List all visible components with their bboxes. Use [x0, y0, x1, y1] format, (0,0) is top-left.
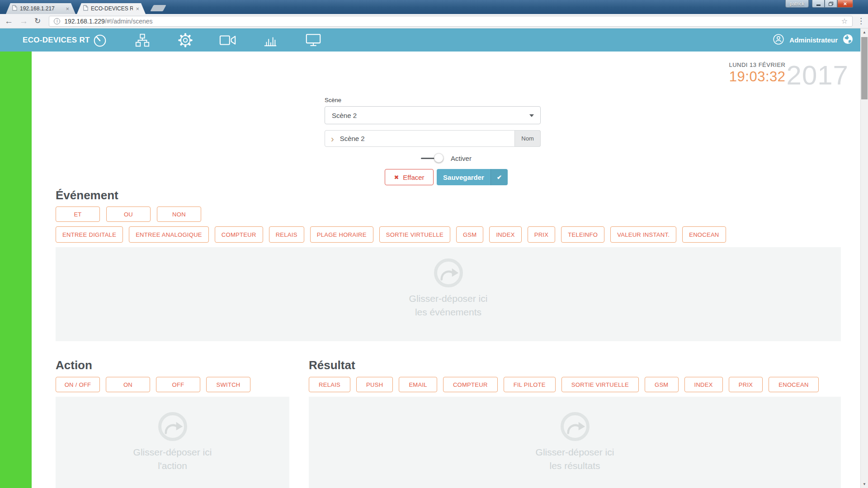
- event-logic-button-et[interactable]: ET: [56, 206, 100, 222]
- clock-year: 2017: [787, 64, 849, 87]
- result-button[interactable]: PUSH: [356, 377, 393, 392]
- action-button-onoff[interactable]: ON / OFF: [56, 377, 100, 392]
- activate-toggle[interactable]: [421, 153, 444, 163]
- save-button-label: Sauvegarder: [437, 169, 491, 185]
- scrollbar-thumb[interactable]: [861, 37, 868, 99]
- save-button[interactable]: Sauvegarder ✔: [437, 169, 508, 185]
- tab-close-icon[interactable]: ×: [66, 5, 69, 12]
- results-dropzone[interactable]: Glisser-déposer ici les résultats: [309, 397, 841, 488]
- clock-widget: LUNDI 13 FÉVRIER 19:03:32 2017: [729, 61, 849, 87]
- chevron-down-icon: [529, 114, 534, 117]
- result-button[interactable]: RELAIS: [309, 377, 350, 392]
- event-type-button[interactable]: VALEUR INSTANT.: [610, 226, 676, 243]
- admin-menu[interactable]: Administrateur: [773, 28, 853, 52]
- page-scrollbar[interactable]: ▲ ▼: [860, 28, 868, 488]
- result-button[interactable]: SORTIE VIRTUELLE: [561, 377, 639, 392]
- main-content: LUNDI 13 FÉVRIER 19:03:32 2017 Scène Scè…: [32, 52, 860, 488]
- page-favicon-icon: [83, 5, 88, 13]
- browser-tab-active[interactable]: ECO-DEVICES RT - GCE E ×: [77, 3, 146, 14]
- drop-arrow-icon: [561, 412, 590, 441]
- event-type-button[interactable]: PRIX: [528, 226, 556, 243]
- result-button[interactable]: ENOCEAN: [769, 377, 818, 392]
- restore-button[interactable]: [825, 0, 837, 8]
- scene-select-label: Scène: [325, 97, 541, 103]
- scene-select[interactable]: Scène 2: [325, 106, 541, 124]
- action-button-off[interactable]: OFF: [156, 377, 200, 392]
- browser-tab-inactive[interactable]: 192.168.1.217 ×: [6, 3, 75, 14]
- event-logic-button-non[interactable]: NON: [157, 206, 201, 222]
- events-dropzone[interactable]: Glisser-déposer ici les événements: [56, 247, 841, 341]
- clear-button[interactable]: ✖ Effacer: [385, 169, 434, 185]
- result-button[interactable]: PRIX: [729, 377, 763, 392]
- action-dropzone[interactable]: Glisser-déposer ici l'action: [56, 397, 289, 488]
- nav-settings-gear-icon[interactable]: [171, 28, 200, 52]
- scroll-up-icon[interactable]: ▲: [861, 28, 868, 36]
- event-type-button[interactable]: SORTIE VIRTUELLE: [379, 226, 450, 243]
- result-button[interactable]: EMAIL: [399, 377, 437, 392]
- dropzone-hint: Glisser-déposer ici les événements: [409, 292, 488, 319]
- drop-arrow-icon: [434, 258, 463, 287]
- clock-date: LUNDI 13 FÉVRIER: [729, 61, 785, 68]
- minimize-button[interactable]: [812, 0, 825, 8]
- nav-camera-icon[interactable]: [213, 28, 242, 52]
- info-icon[interactable]: i: [54, 18, 60, 24]
- toggle-track: [421, 158, 435, 159]
- section-resultat: Résultat RELAIS PUSH EMAIL COMPTEUR FIL …: [309, 358, 841, 488]
- event-type-button[interactable]: INDEX: [489, 226, 521, 243]
- event-type-button[interactable]: ENTREE DIGITALE: [56, 226, 123, 243]
- new-tab-button[interactable]: [150, 5, 166, 11]
- url-path: /#!/admin/scenes: [105, 18, 153, 25]
- admin-label: Administrateur: [789, 36, 838, 44]
- event-type-button[interactable]: PLAGE HORAIRE: [310, 226, 373, 243]
- event-logic-button-ou[interactable]: OU: [106, 206, 151, 222]
- scene-name-field[interactable]: › Scène 2 Nom: [325, 130, 541, 147]
- nav-timer-icon[interactable]: [85, 28, 114, 52]
- nav-network-icon[interactable]: [128, 28, 157, 52]
- evenement-title: Événement: [56, 188, 841, 202]
- restore-icon: [829, 2, 833, 6]
- clock-time: 19:03:32: [729, 70, 785, 84]
- app-header: ECO-DEVICES RT Administrateur: [0, 28, 860, 52]
- result-button[interactable]: FIL PILOTE: [504, 377, 556, 392]
- back-icon[interactable]: ←: [5, 17, 13, 25]
- scroll-down-icon[interactable]: ▼: [861, 480, 868, 488]
- nav-stats-icon[interactable]: [256, 28, 285, 52]
- app-brand: ECO-DEVICES RT: [23, 28, 90, 52]
- clear-button-label: Effacer: [403, 174, 424, 181]
- minimize-icon: [816, 5, 821, 6]
- resultat-buttons-row: RELAIS PUSH EMAIL COMPTEUR FIL PILOTE SO…: [309, 377, 841, 392]
- scene-select-value: Scène 2: [332, 112, 357, 119]
- reload-icon[interactable]: ↻: [34, 17, 41, 25]
- result-button[interactable]: INDEX: [684, 377, 723, 392]
- result-button[interactable]: GSM: [645, 377, 679, 392]
- result-button[interactable]: COMPTEUR: [443, 377, 498, 392]
- toggle-knob[interactable]: [434, 153, 443, 163]
- globe-icon[interactable]: [843, 34, 853, 46]
- nav-display-icon[interactable]: [299, 28, 328, 52]
- browser-menu-icon[interactable]: ⋮: [857, 16, 863, 26]
- forward-icon[interactable]: →: [19, 17, 28, 25]
- address-bar[interactable]: i 192.168.1.229/#!/admin/scenes ☆: [49, 16, 853, 27]
- event-type-button[interactable]: ENTREE ANALOGIQUE: [129, 226, 209, 243]
- clear-x-icon: ✖: [394, 174, 399, 181]
- action-buttons-row: ON / OFF ON OFF SWITCH: [56, 377, 289, 392]
- bookmark-star-icon[interactable]: ☆: [841, 17, 848, 25]
- page-favicon-icon: [12, 5, 17, 13]
- event-type-button[interactable]: TELEINFO: [561, 226, 604, 243]
- event-type-button[interactable]: GSM: [456, 226, 484, 243]
- activate-label: Activer: [451, 155, 472, 162]
- tab-close-icon[interactable]: ×: [136, 5, 139, 12]
- dropzone-hint: Glisser-déposer ici les résultats: [536, 446, 614, 473]
- action-button-on[interactable]: ON: [106, 377, 150, 392]
- action-button-switch[interactable]: SWITCH: [206, 377, 250, 392]
- event-type-button[interactable]: ENOCEAN: [682, 226, 726, 243]
- scene-form: Scène Scène 2 › Scène 2 Nom Activer ✖: [325, 97, 541, 185]
- close-button[interactable]: ✕: [837, 0, 853, 8]
- browser-titlebar: 192.168.1.217 × ECO-DEVICES RT - GCE E ×…: [0, 0, 868, 14]
- event-type-button[interactable]: COMPTEUR: [215, 226, 263, 243]
- profile-button[interactable]: patrick: [785, 0, 809, 8]
- browser-window: 192.168.1.217 × ECO-DEVICES RT - GCE E ×…: [0, 0, 868, 488]
- event-type-button[interactable]: RELAIS: [269, 226, 304, 243]
- scene-name-value: Scène 2: [340, 135, 365, 142]
- form-buttons: ✖ Effacer Sauvegarder ✔: [338, 169, 554, 185]
